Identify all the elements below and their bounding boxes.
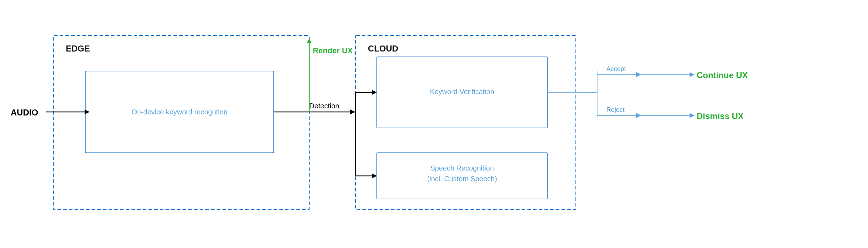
- keyword-verification-label: Keyword Verification: [430, 88, 494, 96]
- audio-label: AUDIO: [11, 108, 38, 117]
- diagram-svg: EDGE On-device keyword recogntion CLOUD …: [0, 0, 868, 248]
- accept-arrowhead: [636, 72, 641, 77]
- dismiss-ux-arrowhead: [690, 113, 695, 118]
- edge-label: EDGE: [66, 44, 90, 53]
- speech-recognition-label: Speech Recognition: [430, 164, 494, 172]
- detection-arrowhead: [350, 109, 355, 114]
- continue-ux-label: Continue UX: [697, 70, 748, 80]
- render-ux-label: Render UX: [313, 46, 353, 55]
- speech-recognition-sublabel: (incl. Custom Speech): [427, 175, 497, 183]
- edge-box: [53, 36, 309, 210]
- reject-arrowhead: [636, 113, 641, 118]
- cloud-label: CLOUD: [368, 44, 398, 53]
- to-kv-arrowhead: [372, 90, 377, 95]
- audio-arrowhead: [85, 109, 90, 114]
- reject-label: Reject: [606, 106, 625, 113]
- continue-ux-arrowhead: [690, 72, 695, 77]
- detection-label: Detection: [309, 102, 339, 110]
- accept-label: Accept: [606, 65, 626, 72]
- diagram-container: EDGE On-device keyword recogntion CLOUD …: [0, 0, 868, 248]
- dismiss-ux-label: Dismiss UX: [697, 111, 744, 121]
- render-ux-arrowhead: [307, 38, 312, 43]
- on-device-label: On-device keyword recogntion: [132, 108, 227, 116]
- to-sr-arrowhead: [372, 173, 377, 178]
- cloud-box: [355, 36, 576, 210]
